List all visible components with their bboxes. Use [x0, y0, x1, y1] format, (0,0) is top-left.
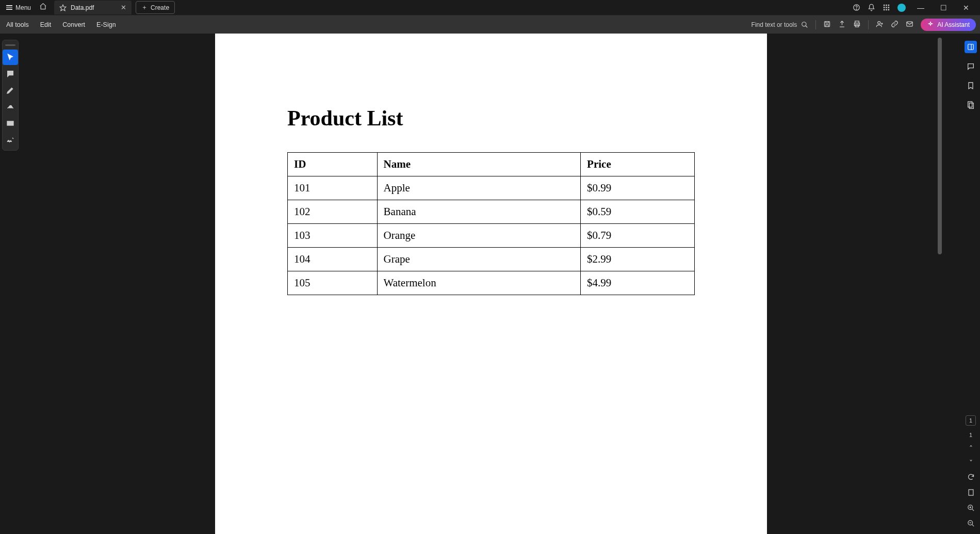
vertical-scrollbar[interactable]: [936, 34, 943, 292]
svg-rect-6: [884, 7, 885, 8]
window-minimize[interactable]: —: [913, 4, 928, 12]
search-icon: [801, 21, 808, 28]
cell-price: $2.99: [581, 248, 695, 271]
cell-id: 105: [288, 271, 378, 295]
svg-point-2: [856, 9, 857, 9]
svg-rect-14: [825, 21, 830, 26]
cell-price: $4.99: [581, 271, 695, 295]
add-user-icon[interactable]: [876, 20, 884, 29]
rotate-button[interactable]: [967, 473, 975, 482]
titlebar: Menu Data.pdf ✕ ＋ Create — ☐ ✕: [0, 0, 980, 15]
hamburger-icon: [6, 5, 12, 10]
table-row: 104 Grape $2.99: [288, 248, 695, 271]
right-rail: 1 1 ˄ ˅: [961, 34, 980, 534]
page-down-button[interactable]: ˅: [969, 459, 973, 467]
help-icon[interactable]: [853, 4, 860, 11]
document-viewport[interactable]: Product List ID Name Price 101 Apple $0.…: [21, 34, 961, 534]
cell-id: 103: [288, 224, 378, 248]
scrollbar-thumb[interactable]: [938, 38, 942, 254]
svg-rect-9: [884, 9, 885, 11]
draw-tool[interactable]: [3, 83, 18, 98]
toolbar-item-edit[interactable]: Edit: [38, 19, 54, 30]
cell-name: Grape: [377, 248, 581, 271]
rail-handle[interactable]: [5, 44, 15, 46]
table-row: 105 Watermelon $4.99: [288, 271, 695, 295]
ai-label: AI Assistant: [937, 21, 970, 28]
link-icon[interactable]: [891, 20, 899, 29]
create-button[interactable]: ＋ Create: [136, 1, 175, 14]
toolbar-item-convert[interactable]: Convert: [60, 19, 87, 30]
bookmarks-panel-icon[interactable]: [967, 82, 975, 91]
print-icon[interactable]: [853, 20, 861, 29]
toolbar: All tools Edit Convert E-Sign Find text …: [0, 15, 980, 34]
toolbar-right: Find text or tools AI Assistant: [752, 19, 976, 31]
apps-icon[interactable]: [883, 4, 890, 11]
page-current-input[interactable]: 1: [966, 415, 976, 426]
svg-rect-4: [886, 5, 887, 6]
svg-rect-24: [969, 103, 973, 109]
svg-rect-10: [886, 9, 887, 11]
svg-rect-21: [968, 44, 974, 50]
toolbar-item-esign[interactable]: E-Sign: [94, 19, 118, 30]
table-row: 101 Apple $0.99: [288, 176, 695, 200]
cell-id: 104: [288, 248, 378, 271]
select-tool[interactable]: [3, 50, 18, 65]
erase-tool[interactable]: [3, 99, 18, 115]
table-row: 103 Orange $0.79: [288, 224, 695, 248]
document-tab[interactable]: Data.pdf ✕: [54, 1, 132, 14]
menu-button[interactable]: Menu: [2, 2, 35, 13]
thumbnails-panel-icon[interactable]: [967, 101, 975, 110]
zoom-out-button[interactable]: [967, 520, 975, 529]
tab-filename: Data.pdf: [71, 4, 94, 11]
page-controls: 1 1 ˄ ˅: [966, 415, 976, 529]
save-icon[interactable]: [823, 20, 831, 29]
svg-marker-0: [60, 5, 66, 11]
svg-rect-23: [968, 102, 972, 107]
left-rail: [0, 34, 21, 534]
column-header-id: ID: [288, 153, 378, 176]
panel-toggle-icon[interactable]: [965, 41, 977, 53]
window-maximize[interactable]: ☐: [936, 4, 951, 12]
svg-point-18: [878, 21, 880, 24]
find-button[interactable]: Find text or tools: [752, 21, 809, 28]
avatar[interactable]: [897, 4, 906, 12]
separator: [868, 20, 869, 29]
cell-price: $0.79: [581, 224, 695, 248]
bell-icon[interactable]: [868, 4, 875, 11]
fit-page-button[interactable]: [967, 489, 975, 498]
home-button[interactable]: [35, 1, 51, 14]
product-table: ID Name Price 101 Apple $0.99 102 Banana…: [287, 152, 695, 295]
find-label: Find text or tools: [752, 21, 797, 28]
page-up-button[interactable]: ˄: [969, 444, 973, 452]
sign-tool[interactable]: [3, 132, 18, 148]
document-title: Product List: [287, 106, 695, 131]
svg-rect-25: [969, 490, 973, 495]
main-area: Product List ID Name Price 101 Apple $0.…: [0, 34, 980, 534]
svg-line-31: [972, 524, 974, 526]
svg-rect-3: [884, 5, 885, 6]
comments-panel-icon[interactable]: [967, 62, 975, 72]
toolbar-item-alltools[interactable]: All tools: [4, 19, 31, 30]
create-label: Create: [151, 4, 169, 11]
plus-icon: ＋: [141, 3, 148, 12]
mail-icon[interactable]: [906, 20, 913, 29]
menu-label: Menu: [15, 4, 31, 11]
svg-rect-8: [888, 7, 890, 8]
svg-line-13: [806, 25, 808, 27]
textbox-tool[interactable]: [3, 116, 18, 131]
zoom-in-button[interactable]: [967, 504, 975, 513]
svg-rect-11: [888, 9, 890, 11]
ai-assistant-button[interactable]: AI Assistant: [921, 19, 976, 31]
column-header-price: Price: [581, 153, 695, 176]
page-total: 1: [969, 432, 972, 438]
cell-price: $0.59: [581, 200, 695, 224]
tab-close-button[interactable]: ✕: [121, 4, 126, 11]
svg-rect-5: [888, 5, 890, 6]
cell-name: Apple: [377, 176, 581, 200]
window-close[interactable]: ✕: [958, 4, 974, 12]
svg-point-12: [802, 22, 806, 26]
cell-price: $0.99: [581, 176, 695, 200]
share-icon[interactable]: [838, 20, 846, 29]
comment-tool[interactable]: [3, 66, 18, 82]
svg-line-27: [972, 509, 974, 511]
